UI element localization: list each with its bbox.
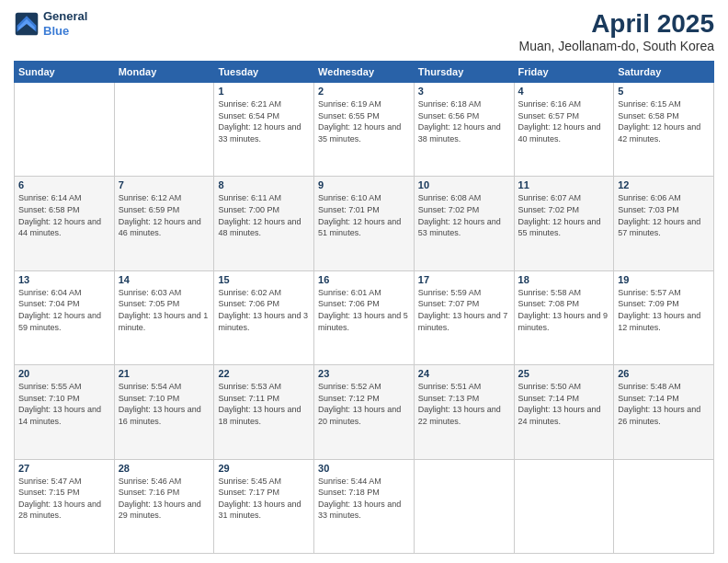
day-number: 11: [518, 179, 610, 190]
calendar-week-row: 20Sunrise: 5:55 AM Sunset: 7:10 PM Dayli…: [15, 365, 714, 459]
day-info: Sunrise: 5:53 AM Sunset: 7:11 PM Dayligh…: [218, 381, 310, 427]
day-info: Sunrise: 6:06 AM Sunset: 7:03 PM Dayligh…: [618, 192, 710, 238]
day-info: Sunrise: 6:19 AM Sunset: 6:55 PM Dayligh…: [318, 98, 410, 144]
day-info: Sunrise: 5:59 AM Sunset: 7:07 PM Dayligh…: [418, 287, 510, 333]
logo-line1: General: [43, 9, 87, 24]
calendar-cell: 16Sunrise: 6:01 AM Sunset: 7:06 PM Dayli…: [314, 270, 415, 364]
day-info: Sunrise: 6:02 AM Sunset: 7:06 PM Dayligh…: [218, 287, 310, 333]
day-info: Sunrise: 6:16 AM Sunset: 6:57 PM Dayligh…: [518, 98, 610, 144]
day-header-monday: Monday: [114, 62, 214, 83]
calendar-cell: 29Sunrise: 5:45 AM Sunset: 7:17 PM Dayli…: [214, 459, 314, 553]
calendar-cell: 3Sunrise: 6:18 AM Sunset: 6:56 PM Daylig…: [414, 83, 514, 177]
calendar-header-row: SundayMondayTuesdayWednesdayThursdayFrid…: [15, 62, 714, 83]
day-info: Sunrise: 6:10 AM Sunset: 7:01 PM Dayligh…: [318, 192, 410, 238]
calendar-cell: 14Sunrise: 6:03 AM Sunset: 7:05 PM Dayli…: [114, 270, 214, 364]
calendar-cell: 9Sunrise: 6:10 AM Sunset: 7:01 PM Daylig…: [314, 177, 415, 270]
logo-text: General Blue: [43, 9, 87, 38]
calendar-cell: 19Sunrise: 5:57 AM Sunset: 7:09 PM Dayli…: [614, 270, 714, 364]
calendar-cell: 27Sunrise: 5:47 AM Sunset: 7:15 PM Dayli…: [15, 459, 115, 553]
day-info: Sunrise: 5:46 AM Sunset: 7:16 PM Dayligh…: [119, 476, 210, 522]
calendar-cell: 22Sunrise: 5:53 AM Sunset: 7:11 PM Dayli…: [214, 365, 314, 459]
day-number: 9: [318, 179, 410, 190]
logo-icon: [14, 11, 40, 37]
calendar-cell: 11Sunrise: 6:07 AM Sunset: 7:02 PM Dayli…: [514, 177, 614, 270]
day-info: Sunrise: 5:45 AM Sunset: 7:17 PM Dayligh…: [218, 476, 310, 522]
day-number: 28: [119, 463, 210, 474]
calendar-cell: 12Sunrise: 6:06 AM Sunset: 7:03 PM Dayli…: [614, 177, 714, 270]
day-number: 18: [518, 274, 610, 285]
calendar-cell: [15, 83, 115, 177]
day-info: Sunrise: 5:51 AM Sunset: 7:13 PM Dayligh…: [418, 381, 510, 427]
page: General Blue April 2025 Muan, Jeollanam-…: [0, 0, 728, 563]
day-info: Sunrise: 5:50 AM Sunset: 7:14 PM Dayligh…: [518, 381, 610, 427]
day-number: 29: [218, 463, 310, 474]
calendar-cell: [114, 83, 214, 177]
day-info: Sunrise: 6:11 AM Sunset: 7:00 PM Dayligh…: [218, 192, 310, 238]
calendar-week-row: 13Sunrise: 6:04 AM Sunset: 7:04 PM Dayli…: [15, 270, 714, 364]
day-info: Sunrise: 6:01 AM Sunset: 7:06 PM Dayligh…: [318, 287, 410, 333]
day-header-tuesday: Tuesday: [214, 62, 314, 83]
day-info: Sunrise: 5:44 AM Sunset: 7:18 PM Dayligh…: [318, 476, 410, 522]
day-number: 20: [18, 368, 110, 379]
day-number: 2: [318, 86, 410, 97]
day-header-sunday: Sunday: [15, 62, 115, 83]
calendar-cell: 13Sunrise: 6:04 AM Sunset: 7:04 PM Dayli…: [15, 270, 115, 364]
calendar-cell: 2Sunrise: 6:19 AM Sunset: 6:55 PM Daylig…: [314, 83, 415, 177]
header: General Blue April 2025 Muan, Jeollanam-…: [14, 9, 714, 53]
day-number: 27: [18, 463, 110, 474]
calendar-cell: 10Sunrise: 6:08 AM Sunset: 7:02 PM Dayli…: [414, 177, 514, 270]
day-number: 7: [119, 179, 210, 190]
day-number: 16: [318, 274, 410, 285]
day-header-saturday: Saturday: [614, 62, 714, 83]
logo-line2: Blue: [43, 24, 87, 39]
day-number: 1: [218, 86, 310, 97]
logo: General Blue: [14, 9, 87, 38]
calendar-cell: [614, 459, 714, 553]
calendar-cell: [414, 459, 514, 553]
day-info: Sunrise: 6:21 AM Sunset: 6:54 PM Dayligh…: [218, 98, 310, 144]
calendar-cell: 15Sunrise: 6:02 AM Sunset: 7:06 PM Dayli…: [214, 270, 314, 364]
calendar-week-row: 27Sunrise: 5:47 AM Sunset: 7:15 PM Dayli…: [15, 459, 714, 553]
day-header-wednesday: Wednesday: [314, 62, 415, 83]
day-number: 12: [618, 179, 710, 190]
day-info: Sunrise: 6:04 AM Sunset: 7:04 PM Dayligh…: [18, 287, 110, 333]
calendar-cell: 24Sunrise: 5:51 AM Sunset: 7:13 PM Dayli…: [414, 365, 514, 459]
day-info: Sunrise: 6:08 AM Sunset: 7:02 PM Dayligh…: [418, 192, 510, 238]
day-number: 14: [119, 274, 210, 285]
day-info: Sunrise: 6:18 AM Sunset: 6:56 PM Dayligh…: [418, 98, 510, 144]
calendar-table: SundayMondayTuesdayWednesdayThursdayFrid…: [14, 61, 714, 554]
calendar-cell: 21Sunrise: 5:54 AM Sunset: 7:10 PM Dayli…: [114, 365, 214, 459]
day-number: 19: [618, 274, 710, 285]
day-number: 26: [618, 368, 710, 379]
calendar-cell: 7Sunrise: 6:12 AM Sunset: 6:59 PM Daylig…: [114, 177, 214, 270]
day-info: Sunrise: 6:07 AM Sunset: 7:02 PM Dayligh…: [518, 192, 610, 238]
day-info: Sunrise: 5:57 AM Sunset: 7:09 PM Dayligh…: [618, 287, 710, 333]
day-number: 15: [218, 274, 310, 285]
day-info: Sunrise: 6:03 AM Sunset: 7:05 PM Dayligh…: [119, 287, 210, 333]
day-info: Sunrise: 6:12 AM Sunset: 6:59 PM Dayligh…: [119, 192, 210, 238]
calendar-cell: 17Sunrise: 5:59 AM Sunset: 7:07 PM Dayli…: [414, 270, 514, 364]
day-header-friday: Friday: [514, 62, 614, 83]
calendar-cell: 8Sunrise: 6:11 AM Sunset: 7:00 PM Daylig…: [214, 177, 314, 270]
day-info: Sunrise: 5:58 AM Sunset: 7:08 PM Dayligh…: [518, 287, 610, 333]
page-title: April 2025: [519, 9, 714, 39]
day-number: 5: [618, 86, 710, 97]
day-number: 6: [18, 179, 110, 190]
calendar-cell: 23Sunrise: 5:52 AM Sunset: 7:12 PM Dayli…: [314, 365, 415, 459]
calendar-week-row: 6Sunrise: 6:14 AM Sunset: 6:58 PM Daylig…: [15, 177, 714, 270]
calendar-cell: 1Sunrise: 6:21 AM Sunset: 6:54 PM Daylig…: [214, 83, 314, 177]
day-info: Sunrise: 5:48 AM Sunset: 7:14 PM Dayligh…: [618, 381, 710, 427]
calendar-cell: 25Sunrise: 5:50 AM Sunset: 7:14 PM Dayli…: [514, 365, 614, 459]
day-number: 10: [418, 179, 510, 190]
day-info: Sunrise: 6:14 AM Sunset: 6:58 PM Dayligh…: [18, 192, 110, 238]
day-number: 8: [218, 179, 310, 190]
day-number: 22: [218, 368, 310, 379]
day-number: 13: [18, 274, 110, 285]
calendar-cell: 6Sunrise: 6:14 AM Sunset: 6:58 PM Daylig…: [15, 177, 115, 270]
day-header-thursday: Thursday: [414, 62, 514, 83]
day-info: Sunrise: 6:15 AM Sunset: 6:58 PM Dayligh…: [618, 98, 710, 144]
calendar-cell: 4Sunrise: 6:16 AM Sunset: 6:57 PM Daylig…: [514, 83, 614, 177]
calendar-cell: 28Sunrise: 5:46 AM Sunset: 7:16 PM Dayli…: [114, 459, 214, 553]
day-number: 24: [418, 368, 510, 379]
calendar-cell: 26Sunrise: 5:48 AM Sunset: 7:14 PM Dayli…: [614, 365, 714, 459]
